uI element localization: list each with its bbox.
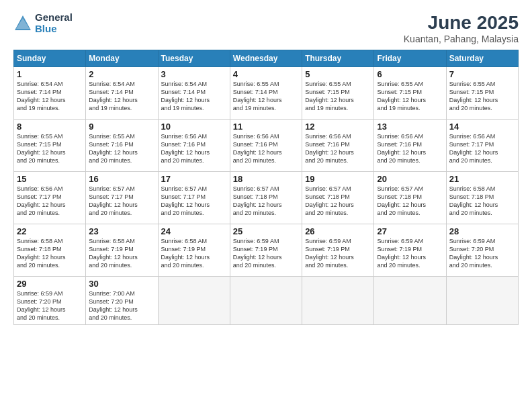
- calendar-cell-w2-0: 8Sunrise: 6:55 AMSunset: 7:15 PMDaylight…: [14, 120, 86, 172]
- day-number: 15: [17, 174, 83, 184]
- day-info: Sunrise: 6:55 AMSunset: 7:15 PMDaylight:…: [17, 133, 66, 164]
- calendar-cell-w3-5: 20Sunrise: 6:57 AMSunset: 7:18 PMDayligh…: [374, 172, 446, 224]
- logo-general: General: [35, 12, 73, 24]
- day-number: 20: [377, 174, 443, 184]
- calendar-cell-w5-0: 29Sunrise: 6:59 AMSunset: 7:20 PMDayligh…: [14, 277, 86, 325]
- day-info: Sunrise: 6:54 AMSunset: 7:14 PMDaylight:…: [17, 81, 66, 111]
- day-number: 19: [305, 174, 371, 184]
- logo-blue: Blue: [35, 24, 73, 35]
- day-info: Sunrise: 6:56 AMSunset: 7:16 PMDaylight:…: [233, 133, 282, 164]
- day-info: Sunrise: 6:55 AMSunset: 7:15 PMDaylight:…: [449, 81, 498, 111]
- day-info: Sunrise: 6:54 AMSunset: 7:14 PMDaylight:…: [161, 81, 210, 111]
- calendar-cell-w4-5: 27Sunrise: 6:59 AMSunset: 7:19 PMDayligh…: [374, 224, 446, 277]
- day-number: 1: [17, 69, 83, 79]
- calendar-cell-w3-0: 15Sunrise: 6:56 AMSunset: 7:17 PMDayligh…: [14, 172, 86, 224]
- col-friday: Friday: [374, 50, 446, 67]
- calendar-table: Sunday Monday Tuesday Wednesday Thursday…: [13, 50, 519, 325]
- day-info: Sunrise: 6:56 AMSunset: 7:16 PMDaylight:…: [305, 133, 354, 164]
- day-info: Sunrise: 6:56 AMSunset: 7:17 PMDaylight:…: [17, 185, 66, 216]
- calendar-cell-w4-4: 26Sunrise: 6:59 AMSunset: 7:19 PMDayligh…: [302, 224, 374, 277]
- calendar-cell-w3-4: 19Sunrise: 6:57 AMSunset: 7:18 PMDayligh…: [302, 172, 374, 224]
- calendar-cell-w5-5: [374, 277, 446, 325]
- day-number: 18: [233, 174, 299, 184]
- day-info: Sunrise: 6:56 AMSunset: 7:16 PMDaylight:…: [161, 133, 210, 164]
- calendar-cell-w4-3: 25Sunrise: 6:59 AMSunset: 7:19 PMDayligh…: [230, 224, 302, 277]
- day-number: 10: [161, 122, 227, 132]
- day-number: 4: [233, 69, 299, 79]
- day-info: Sunrise: 6:55 AMSunset: 7:14 PMDaylight:…: [233, 81, 282, 111]
- calendar-cell-w5-2: [158, 277, 230, 325]
- calendar-row-2: 8Sunrise: 6:55 AMSunset: 7:15 PMDaylight…: [14, 120, 519, 172]
- day-info: Sunrise: 6:59 AMSunset: 7:20 PMDaylight:…: [449, 238, 498, 269]
- day-number: 8: [17, 122, 83, 132]
- day-info: Sunrise: 6:57 AMSunset: 7:18 PMDaylight:…: [305, 185, 354, 216]
- day-info: Sunrise: 6:56 AMSunset: 7:17 PMDaylight:…: [449, 133, 498, 164]
- calendar-cell-w5-4: [302, 277, 374, 325]
- calendar-cell-w5-3: [230, 277, 302, 325]
- day-info: Sunrise: 6:57 AMSunset: 7:18 PMDaylight:…: [377, 185, 426, 216]
- calendar-row-4: 22Sunrise: 6:58 AMSunset: 7:18 PMDayligh…: [14, 224, 519, 277]
- calendar-header: General Blue June 2025 Kuantan, Pahang, …: [13, 12, 519, 44]
- day-info: Sunrise: 6:59 AMSunset: 7:19 PMDaylight:…: [377, 238, 426, 269]
- day-info: Sunrise: 6:58 AMSunset: 7:18 PMDaylight:…: [449, 185, 498, 216]
- day-number: 30: [89, 279, 154, 289]
- calendar-cell-w2-4: 12Sunrise: 6:56 AMSunset: 7:16 PMDayligh…: [302, 120, 374, 172]
- calendar-row-5: 29Sunrise: 6:59 AMSunset: 7:20 PMDayligh…: [14, 277, 519, 325]
- day-info: Sunrise: 6:55 AMSunset: 7:16 PMDaylight:…: [89, 133, 138, 164]
- calendar-cell-w4-2: 24Sunrise: 6:58 AMSunset: 7:19 PMDayligh…: [158, 224, 230, 277]
- day-number: 6: [377, 69, 443, 79]
- day-number: 12: [305, 122, 371, 132]
- calendar-cell-w5-1: 30Sunrise: 7:00 AMSunset: 7:20 PMDayligh…: [86, 277, 158, 325]
- day-info: Sunrise: 6:59 AMSunset: 7:19 PMDaylight:…: [305, 238, 354, 269]
- day-number: 29: [17, 279, 83, 289]
- day-info: Sunrise: 6:57 AMSunset: 7:17 PMDaylight:…: [89, 185, 138, 216]
- calendar-cell-w1-6: 7Sunrise: 6:55 AMSunset: 7:15 PMDaylight…: [446, 67, 518, 120]
- calendar-title: June 2025: [404, 12, 519, 34]
- day-number: 7: [449, 69, 515, 79]
- day-number: 21: [449, 174, 515, 184]
- calendar-cell-w2-2: 10Sunrise: 6:56 AMSunset: 7:16 PMDayligh…: [158, 120, 230, 172]
- logo: General Blue: [13, 12, 73, 34]
- calendar-cell-w5-6: [446, 277, 518, 325]
- day-number: 3: [161, 69, 227, 79]
- day-number: 23: [89, 226, 154, 236]
- day-number: 28: [449, 226, 515, 236]
- logo-text: General Blue: [35, 12, 73, 34]
- calendar-cell-w2-3: 11Sunrise: 6:56 AMSunset: 7:16 PMDayligh…: [230, 120, 302, 172]
- calendar-cell-w3-1: 16Sunrise: 6:57 AMSunset: 7:17 PMDayligh…: [86, 172, 158, 224]
- calendar-cell-w1-3: 4Sunrise: 6:55 AMSunset: 7:14 PMDaylight…: [230, 67, 302, 120]
- day-info: Sunrise: 6:58 AMSunset: 7:18 PMDaylight:…: [17, 238, 66, 269]
- col-thursday: Thursday: [302, 50, 374, 67]
- day-info: Sunrise: 7:00 AMSunset: 7:20 PMDaylight:…: [89, 290, 138, 321]
- day-number: 11: [233, 122, 299, 132]
- day-number: 14: [449, 122, 515, 132]
- calendar-cell-w1-1: 2Sunrise: 6:54 AMSunset: 7:14 PMDaylight…: [86, 67, 158, 120]
- day-info: Sunrise: 6:58 AMSunset: 7:19 PMDaylight:…: [89, 238, 138, 269]
- day-info: Sunrise: 6:59 AMSunset: 7:20 PMDaylight:…: [17, 290, 66, 321]
- day-info: Sunrise: 6:57 AMSunset: 7:18 PMDaylight:…: [233, 185, 282, 216]
- day-number: 17: [161, 174, 227, 184]
- day-info: Sunrise: 6:58 AMSunset: 7:19 PMDaylight:…: [161, 238, 210, 269]
- day-number: 22: [17, 226, 83, 236]
- day-number: 27: [377, 226, 443, 236]
- day-number: 13: [377, 122, 443, 132]
- calendar-cell-w4-6: 28Sunrise: 6:59 AMSunset: 7:20 PMDayligh…: [446, 224, 518, 277]
- col-monday: Monday: [86, 50, 158, 67]
- calendar-cell-w4-1: 23Sunrise: 6:58 AMSunset: 7:19 PMDayligh…: [86, 224, 158, 277]
- title-block: June 2025 Kuantan, Pahang, Malaysia: [404, 12, 519, 44]
- day-info: Sunrise: 6:56 AMSunset: 7:16 PMDaylight:…: [377, 133, 426, 164]
- day-number: 25: [233, 226, 299, 236]
- calendar-cell-w4-0: 22Sunrise: 6:58 AMSunset: 7:18 PMDayligh…: [14, 224, 86, 277]
- calendar-cell-1: 1Sunrise: 6:54 AMSunset: 7:14 PMDaylight…: [14, 67, 86, 120]
- calendar-cell-w1-4: 5Sunrise: 6:55 AMSunset: 7:15 PMDaylight…: [302, 67, 374, 120]
- day-number: 9: [89, 122, 154, 132]
- header-row: Sunday Monday Tuesday Wednesday Thursday…: [14, 50, 519, 67]
- col-wednesday: Wednesday: [230, 50, 302, 67]
- day-info: Sunrise: 6:55 AMSunset: 7:15 PMDaylight:…: [377, 81, 426, 111]
- day-info: Sunrise: 6:59 AMSunset: 7:19 PMDaylight:…: [233, 238, 282, 269]
- day-number: 16: [89, 174, 154, 184]
- calendar-page: General Blue June 2025 Kuantan, Pahang, …: [0, 0, 532, 411]
- day-number: 5: [305, 69, 371, 79]
- col-sunday: Sunday: [14, 50, 86, 67]
- calendar-cell-w3-3: 18Sunrise: 6:57 AMSunset: 7:18 PMDayligh…: [230, 172, 302, 224]
